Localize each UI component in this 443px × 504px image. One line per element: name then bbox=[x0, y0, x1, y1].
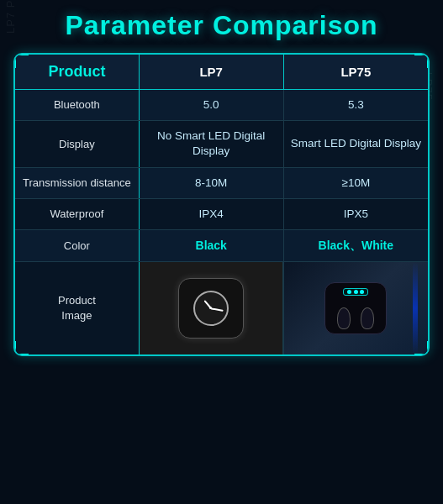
table-header-row: Product LP7 LP75 bbox=[15, 55, 428, 90]
corner-tl bbox=[13, 53, 29, 68]
row-lp7-waterproof: IPX4 bbox=[139, 198, 283, 229]
row-lp7-bluetooth: 5.0 bbox=[139, 90, 283, 121]
table-row: Transmission distance 8-10M ≥10M bbox=[15, 167, 428, 198]
page-wrapper: LP7 Pro LP75 Parameter Comparison Produc… bbox=[0, 0, 443, 504]
comparison-table: Product LP7 LP75 Bluetooth 5.0 5.3 Displ… bbox=[15, 55, 428, 354]
row-label-waterproof: Waterproof bbox=[15, 198, 139, 229]
corner-br bbox=[414, 341, 430, 356]
clock-minute-hand bbox=[211, 307, 224, 311]
table-row-image: ProductImage bbox=[15, 261, 428, 354]
row-label-display: Display bbox=[15, 121, 139, 167]
comparison-table-container: Product LP7 LP75 Bluetooth 5.0 5.3 Displ… bbox=[13, 53, 430, 356]
lp75-led-display bbox=[343, 288, 368, 296]
row-lp75-color: Black、White bbox=[283, 230, 428, 262]
col-header-product: Product bbox=[15, 55, 139, 90]
lp75-case-wrapper bbox=[324, 282, 387, 334]
col-header-lp7: LP7 bbox=[139, 55, 283, 90]
row-lp75-bluetooth: 5.3 bbox=[283, 90, 428, 121]
row-label-color: Color bbox=[15, 230, 139, 262]
row-lp7-transmission: 8-10M bbox=[139, 167, 283, 198]
table-row: Waterproof IPX4 IPX5 bbox=[15, 198, 428, 229]
row-lp7-display: No Smart LED Digital Display bbox=[139, 121, 283, 167]
page-title: Parameter Comparison bbox=[65, 10, 377, 41]
lp7-case-wrapper bbox=[173, 270, 249, 346]
row-lp75-waterproof: IPX5 bbox=[283, 198, 428, 229]
lp75-product-image bbox=[283, 261, 428, 354]
corner-bl bbox=[13, 341, 29, 356]
table-row: Bluetooth 5.0 5.3 bbox=[15, 90, 428, 121]
lp7-case-body bbox=[178, 278, 244, 339]
row-lp7-color: Black bbox=[139, 230, 283, 262]
col-header-lp75: LP75 bbox=[283, 55, 428, 90]
corner-tr bbox=[414, 53, 430, 68]
lp7-product-image bbox=[139, 261, 283, 354]
watermark: LP7 Pro bbox=[4, 0, 17, 34]
row-lp75-transmission: ≥10M bbox=[283, 167, 428, 198]
led-dot-2 bbox=[354, 290, 358, 294]
lp7-image-render bbox=[140, 262, 283, 354]
earbud-left bbox=[337, 307, 351, 329]
led-dot-1 bbox=[347, 290, 351, 294]
row-label-transmission: Transmission distance bbox=[15, 167, 139, 198]
led-dot-3 bbox=[360, 290, 364, 294]
earbud-right bbox=[361, 307, 374, 329]
table-row: Color Black Black、White bbox=[15, 230, 428, 262]
lp7-clock-display bbox=[193, 291, 229, 326]
row-label-bluetooth: Bluetooth bbox=[15, 90, 139, 121]
row-lp75-display: Smart LED Digital Display bbox=[283, 121, 428, 167]
lp75-case-body bbox=[324, 282, 387, 334]
lp75-image-render bbox=[284, 262, 428, 354]
row-label-product-image: ProductImage bbox=[15, 261, 139, 354]
table-row: Display No Smart LED Digital Display Sma… bbox=[15, 121, 428, 167]
